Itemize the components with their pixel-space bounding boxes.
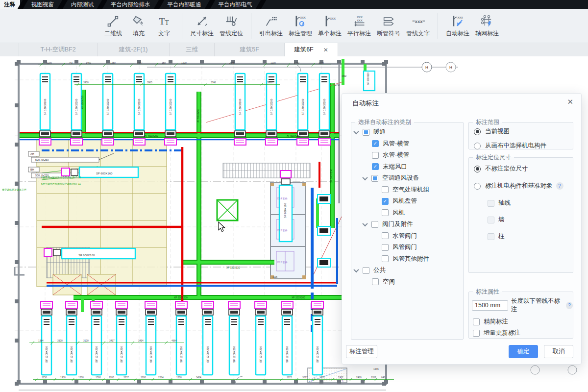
ribbon-tab-hvac[interactable]: 平台内部暖通 bbox=[162, 0, 207, 9]
plan-label: D14 客梯 bbox=[277, 197, 288, 200]
checkbox[interactable] bbox=[473, 318, 480, 325]
plan-label: 2790 bbox=[294, 62, 299, 64]
checkbox[interactable] bbox=[363, 129, 369, 136]
doc-tab-0[interactable]: T-H-空调BF2 bbox=[19, 43, 97, 56]
tool-grid-tag[interactable]: 轴网标注 bbox=[472, 14, 502, 38]
checkbox[interactable] bbox=[473, 330, 480, 337]
checkbox[interactable] bbox=[372, 152, 379, 159]
tree-node-ahu[interactable]: 空气处理机组 bbox=[351, 184, 463, 196]
column bbox=[169, 60, 172, 64]
tool-tag-manage[interactable]: xxx 标注管理 bbox=[286, 14, 315, 38]
column bbox=[382, 382, 386, 386]
plan-label: SF 1200X200 bbox=[45, 346, 48, 363]
cancel-button[interactable]: 取消 bbox=[544, 345, 573, 358]
ribbon-tab-electrical[interactable]: 平台内部电气 bbox=[213, 0, 258, 9]
tree-node-terminal-outlet[interactable]: 末端风口 bbox=[351, 161, 463, 173]
checkbox[interactable] bbox=[371, 221, 378, 228]
tool-leader-tag[interactable]: 引出标注 bbox=[256, 14, 286, 38]
tree-node-fan[interactable]: 风机 bbox=[351, 207, 463, 219]
tree-node-fan-coil[interactable]: 风机盘管 bbox=[351, 196, 463, 207]
plan-label: SF 900X120 bbox=[367, 72, 369, 85]
help-icon[interactable]: ? bbox=[556, 182, 564, 190]
tool-auto-tag[interactable]: xxx 自动标注 bbox=[443, 14, 472, 38]
tool-2d-line[interactable]: 二维线 bbox=[100, 14, 126, 38]
tool-pipe-locate[interactable]: 管线定位 bbox=[217, 14, 246, 38]
tool-dimension[interactable]: 尺寸标注 bbox=[187, 14, 217, 38]
ribbon-tab-internal-test[interactable]: 内部测试 bbox=[65, 0, 99, 9]
plan-label: SF 1200X200 bbox=[270, 98, 273, 115]
plan-label: 1202 bbox=[338, 376, 343, 379]
checkbox[interactable] bbox=[363, 267, 369, 274]
chevron-down-icon[interactable] bbox=[353, 267, 359, 272]
tool-fill[interactable]: 填充 bbox=[126, 14, 151, 38]
tree-node-pipe-valve[interactable]: 水管阀门 bbox=[351, 230, 463, 242]
plan-label: SF 1200X200 bbox=[233, 346, 236, 363]
fcu-connector-magenta bbox=[297, 138, 309, 145]
checkbox[interactable] bbox=[382, 244, 389, 251]
scope-pick-from-canvas[interactable]: 从画布中选择机电构件 bbox=[474, 142, 573, 150]
tree-node-pipe-horizontal[interactable]: 水管-横管 bbox=[351, 149, 463, 161]
incremental-update-check[interactable]: 增量更新标注 bbox=[473, 329, 573, 337]
scope-current-view[interactable]: 当前视图 bbox=[474, 127, 573, 136]
ok-button[interactable]: 确定 bbox=[509, 345, 538, 358]
plan-label: XF 500X250 bbox=[81, 96, 84, 109]
chevron-down-icon[interactable] bbox=[362, 221, 368, 226]
2d-line-icon bbox=[106, 14, 120, 28]
doc-tab-3[interactable]: 建筑5F bbox=[214, 43, 284, 56]
simplified-tag-check[interactable]: 精简标注 bbox=[473, 318, 573, 326]
tree-node-hvac[interactable]: 暖通 bbox=[351, 126, 463, 138]
chevron-down-icon[interactable] bbox=[362, 175, 368, 180]
doc-tab-4-active[interactable]: 建筑6F ✕ bbox=[284, 43, 338, 56]
grid-bubble-bottom bbox=[568, 366, 577, 374]
checkbox[interactable] bbox=[371, 175, 378, 182]
tree-node-duct-horizontal[interactable]: 风管-横管 bbox=[351, 138, 463, 150]
tree-node-valves[interactable]: 阀门及附件 bbox=[351, 219, 463, 230]
length-threshold-input[interactable] bbox=[472, 300, 508, 311]
ribbon-tab-plumbing[interactable]: 平台内部给排水 bbox=[105, 0, 156, 9]
checkbox[interactable] bbox=[372, 140, 379, 147]
plan-label: AH bbox=[30, 152, 34, 155]
ribbon-tab-viewport[interactable]: 视图视窗 bbox=[25, 0, 60, 9]
checkbox[interactable] bbox=[372, 278, 379, 285]
close-icon[interactable]: ✕ bbox=[567, 98, 573, 106]
tag-manage-button[interactable]: 标注管理 bbox=[346, 345, 377, 358]
tree-node-space[interactable]: 空间 bbox=[351, 276, 463, 288]
tree-node-duct-valve[interactable]: 风管阀门 bbox=[351, 242, 463, 253]
tool-text[interactable]: TT 文字 bbox=[151, 14, 177, 38]
checkbox[interactable] bbox=[372, 163, 379, 170]
radio[interactable] bbox=[474, 183, 481, 190]
ribbon-tab-annotation[interactable]: 注释 bbox=[0, 0, 20, 9]
chevron-down-icon[interactable] bbox=[353, 129, 359, 134]
checkbox[interactable] bbox=[382, 186, 389, 193]
svg-text:T: T bbox=[159, 16, 165, 26]
plan-label: H bbox=[425, 65, 428, 70]
close-tab-icon[interactable]: ✕ bbox=[323, 47, 328, 53]
plan-label: 3600 bbox=[267, 81, 272, 84]
dim-none[interactable]: 不标注定位尺寸 bbox=[474, 165, 573, 173]
plan-label: SF 1200X200 bbox=[95, 346, 98, 363]
tool-tag-single[interactable]: xxx 单个标注 bbox=[315, 14, 344, 38]
tool-tag-parallel[interactable]: xxxxxx 平行标注 bbox=[344, 14, 374, 38]
tree-node-hvac-equipment[interactable]: 空调通风设备 bbox=[351, 172, 463, 184]
radio[interactable] bbox=[474, 166, 481, 172]
tree-node-public[interactable]: 公共 bbox=[351, 265, 463, 276]
plan-label: 1200 bbox=[176, 376, 182, 379]
checkbox[interactable] bbox=[382, 198, 389, 205]
checkbox[interactable] bbox=[382, 209, 389, 216]
dim-with-datum[interactable]: 标注机电构件和基准对象? bbox=[474, 182, 573, 190]
tree-node-duct-accessory[interactable]: 风管其他附件 bbox=[351, 253, 463, 265]
radio[interactable] bbox=[474, 143, 481, 149]
doc-tab-2[interactable]: 三维 bbox=[169, 43, 214, 56]
rooms-left bbox=[37, 140, 310, 295]
plan-label: 1200 bbox=[78, 376, 84, 379]
tool-pipe-break[interactable]: 断管符号 bbox=[374, 14, 403, 38]
scope-group: 标注范围 当前视图 从画布中选择机电构件 bbox=[468, 118, 573, 149]
plan-label: XF 320X200 bbox=[174, 296, 188, 299]
checkbox[interactable] bbox=[382, 255, 389, 262]
tool-pipe-text[interactable]: =xxx= 管线文字 bbox=[403, 14, 433, 38]
doc-tab-1[interactable]: 建筑-2F(1) bbox=[97, 43, 169, 56]
checkbox[interactable] bbox=[382, 232, 389, 239]
plan-label: XF 120X120 bbox=[226, 266, 240, 269]
help-icon[interactable]: ? bbox=[566, 302, 573, 309]
radio[interactable] bbox=[474, 128, 481, 135]
